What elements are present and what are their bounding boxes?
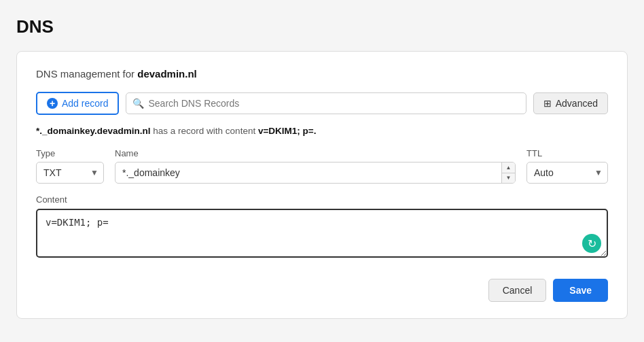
page-title: DNS — [16, 16, 628, 37]
ttl-select[interactable]: Auto 300 600 1800 3600 7200 86400 — [526, 162, 608, 184]
toolbar: + Add record 🔍 ⊞ Advanced — [36, 92, 608, 115]
advanced-button[interactable]: ⊞ Advanced — [533, 92, 608, 114]
grid-icon: ⊞ — [543, 98, 552, 109]
name-spinners: ▲ ▼ — [501, 163, 515, 183]
info-message: has a record with content — [151, 126, 258, 136]
add-record-button[interactable]: + Add record — [36, 92, 119, 115]
save-button[interactable]: Save — [553, 279, 608, 302]
add-record-label: Add record — [62, 98, 108, 109]
content-textarea-wrapper: ↻ — [36, 209, 608, 260]
type-label: Type — [36, 148, 104, 158]
info-domain: *._domainkey.devadmin.nl — [36, 126, 151, 136]
content-label: Content — [36, 194, 608, 205]
form-row-main: Type TXT A AAAA CNAME MX NS SRV CAA ▼ Na… — [36, 148, 608, 184]
ttl-select-wrapper: Auto 300 600 1800 3600 7200 86400 ▼ — [526, 162, 608, 184]
card-domain: devadmin.nl — [137, 68, 197, 80]
type-group: Type TXT A AAAA CNAME MX NS SRV CAA ▼ — [36, 148, 104, 184]
dns-card: DNS management for devadmin.nl + Add rec… — [16, 51, 628, 319]
name-input-wrapper: ▲ ▼ — [115, 162, 516, 184]
name-down-button[interactable]: ▼ — [502, 173, 515, 184]
type-select-wrapper: TXT A AAAA CNAME MX NS SRV CAA ▼ — [36, 162, 104, 184]
info-bar: *._domainkey.devadmin.nl has a record wi… — [36, 126, 608, 136]
ttl-label: TTL — [526, 148, 608, 158]
ttl-group: TTL Auto 300 600 1800 3600 7200 86400 ▼ — [526, 148, 608, 184]
footer-actions: Cancel Save — [36, 273, 608, 302]
search-icon: 🔍 — [132, 98, 144, 109]
name-label: Name — [115, 148, 516, 158]
name-up-button[interactable]: ▲ — [502, 163, 515, 173]
search-input[interactable] — [126, 92, 526, 114]
content-section: Content ↻ — [36, 194, 608, 260]
type-select[interactable]: TXT A AAAA CNAME MX NS SRV CAA — [36, 162, 104, 184]
card-header: DNS management for devadmin.nl — [36, 68, 608, 80]
refresh-icon: ↻ — [588, 237, 596, 250]
refresh-button[interactable]: ↻ — [582, 234, 601, 253]
name-input[interactable] — [115, 162, 516, 184]
card-header-prefix: DNS management for — [36, 68, 137, 80]
search-box: 🔍 — [126, 92, 526, 114]
plus-icon: + — [47, 98, 58, 109]
name-group: Name ▲ ▼ — [115, 148, 516, 184]
cancel-button[interactable]: Cancel — [488, 279, 547, 302]
advanced-label: Advanced — [556, 98, 598, 109]
content-textarea[interactable] — [36, 209, 608, 258]
info-content: v=DKIM1; p=. — [258, 126, 317, 136]
